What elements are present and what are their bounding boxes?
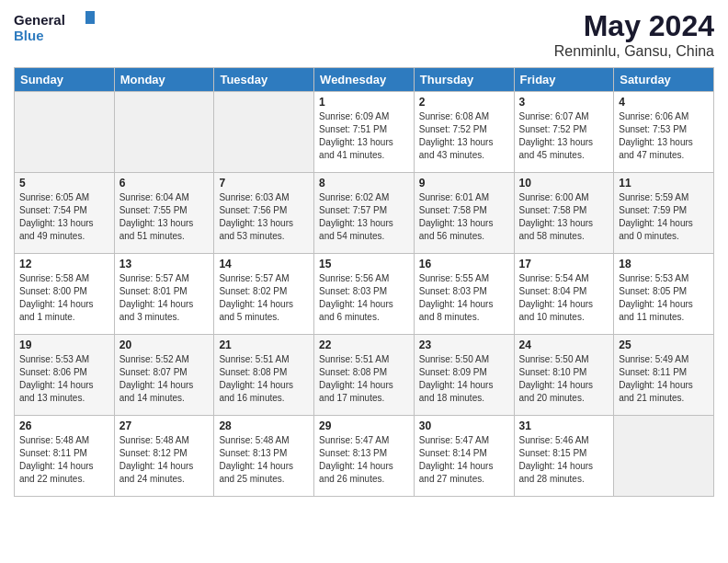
day-info: Sunrise: 6:01 AM Sunset: 7:58 PM Dayligh… bbox=[419, 191, 509, 243]
calendar-week-row: 19Sunrise: 5:53 AM Sunset: 8:06 PM Dayli… bbox=[15, 335, 714, 416]
day-number: 22 bbox=[319, 339, 409, 351]
day-number: 24 bbox=[519, 339, 609, 351]
calendar-cell: 13Sunrise: 5:57 AM Sunset: 8:01 PM Dayli… bbox=[114, 254, 214, 335]
day-number: 12 bbox=[19, 258, 109, 270]
day-info: Sunrise: 5:58 AM Sunset: 8:00 PM Dayligh… bbox=[19, 272, 109, 324]
day-number: 31 bbox=[519, 419, 609, 432]
svg-text:Blue: Blue bbox=[14, 28, 44, 43]
day-info: Sunrise: 6:09 AM Sunset: 7:51 PM Dayligh… bbox=[319, 110, 409, 162]
day-number: 15 bbox=[319, 258, 409, 270]
day-info: Sunrise: 5:55 AM Sunset: 8:03 PM Dayligh… bbox=[419, 272, 509, 324]
calendar-cell: 24Sunrise: 5:50 AM Sunset: 8:10 PM Dayli… bbox=[514, 335, 614, 416]
day-number: 18 bbox=[619, 258, 709, 270]
calendar-cell: 26Sunrise: 5:48 AM Sunset: 8:11 PM Dayli… bbox=[15, 416, 115, 497]
logo-svg: General Blue bbox=[14, 9, 97, 46]
calendar-title: May 2024 bbox=[554, 9, 714, 43]
day-number: 25 bbox=[619, 339, 709, 351]
day-info: Sunrise: 5:53 AM Sunset: 8:05 PM Dayligh… bbox=[619, 272, 709, 324]
day-info: Sunrise: 5:47 AM Sunset: 8:13 PM Dayligh… bbox=[319, 434, 409, 486]
day-info: Sunrise: 6:06 AM Sunset: 7:53 PM Dayligh… bbox=[619, 110, 709, 162]
day-info: Sunrise: 5:53 AM Sunset: 8:06 PM Dayligh… bbox=[19, 353, 109, 405]
day-number: 1 bbox=[319, 96, 409, 109]
calendar-cell: 3Sunrise: 6:07 AM Sunset: 7:52 PM Daylig… bbox=[514, 92, 614, 173]
calendar-cell: 2Sunrise: 6:08 AM Sunset: 7:52 PM Daylig… bbox=[414, 92, 514, 173]
calendar-cell bbox=[114, 92, 214, 173]
col-thursday: Thursday bbox=[414, 68, 514, 92]
col-wednesday: Wednesday bbox=[314, 68, 415, 92]
day-number: 5 bbox=[19, 177, 109, 190]
calendar-cell: 14Sunrise: 5:57 AM Sunset: 8:02 PM Dayli… bbox=[214, 254, 314, 335]
day-number: 21 bbox=[219, 339, 309, 351]
col-tuesday: Tuesday bbox=[214, 68, 314, 92]
col-monday: Monday bbox=[114, 68, 214, 92]
calendar-cell: 8Sunrise: 6:02 AM Sunset: 7:57 PM Daylig… bbox=[314, 173, 415, 254]
day-info: Sunrise: 5:51 AM Sunset: 8:08 PM Dayligh… bbox=[319, 353, 409, 405]
calendar-cell: 1Sunrise: 6:09 AM Sunset: 7:51 PM Daylig… bbox=[314, 92, 415, 173]
calendar-cell bbox=[214, 92, 314, 173]
day-number: 4 bbox=[619, 96, 709, 109]
day-number: 14 bbox=[219, 258, 309, 270]
logo: General Blue bbox=[14, 9, 97, 46]
day-info: Sunrise: 5:57 AM Sunset: 8:02 PM Dayligh… bbox=[219, 272, 309, 324]
header-row: Sunday Monday Tuesday Wednesday Thursday… bbox=[15, 68, 714, 92]
day-info: Sunrise: 6:04 AM Sunset: 7:55 PM Dayligh… bbox=[119, 191, 210, 243]
calendar-cell: 6Sunrise: 6:04 AM Sunset: 7:55 PM Daylig… bbox=[114, 173, 214, 254]
day-info: Sunrise: 5:48 AM Sunset: 8:13 PM Dayligh… bbox=[219, 434, 309, 486]
calendar-cell bbox=[15, 92, 115, 173]
calendar-cell: 16Sunrise: 5:55 AM Sunset: 8:03 PM Dayli… bbox=[414, 254, 514, 335]
day-number: 19 bbox=[19, 339, 109, 351]
col-sunday: Sunday bbox=[15, 68, 115, 92]
calendar-cell: 30Sunrise: 5:47 AM Sunset: 8:14 PM Dayli… bbox=[414, 416, 514, 497]
day-number: 16 bbox=[419, 258, 509, 270]
day-number: 10 bbox=[519, 177, 609, 190]
day-info: Sunrise: 6:08 AM Sunset: 7:52 PM Dayligh… bbox=[419, 110, 509, 162]
day-info: Sunrise: 5:54 AM Sunset: 8:04 PM Dayligh… bbox=[519, 272, 609, 324]
day-number: 17 bbox=[519, 258, 609, 270]
calendar-cell: 15Sunrise: 5:56 AM Sunset: 8:03 PM Dayli… bbox=[314, 254, 415, 335]
title-block: May 2024 Renminlu, Gansu, China bbox=[554, 9, 714, 60]
day-info: Sunrise: 5:59 AM Sunset: 7:59 PM Dayligh… bbox=[619, 191, 709, 243]
calendar-cell: 10Sunrise: 6:00 AM Sunset: 7:58 PM Dayli… bbox=[514, 173, 614, 254]
calendar-week-row: 26Sunrise: 5:48 AM Sunset: 8:11 PM Dayli… bbox=[15, 416, 714, 497]
day-info: Sunrise: 5:49 AM Sunset: 8:11 PM Dayligh… bbox=[619, 353, 709, 405]
calendar-week-row: 1Sunrise: 6:09 AM Sunset: 7:51 PM Daylig… bbox=[15, 92, 714, 173]
calendar-cell: 31Sunrise: 5:46 AM Sunset: 8:15 PM Dayli… bbox=[514, 416, 614, 497]
day-number: 6 bbox=[119, 177, 210, 190]
day-number: 9 bbox=[419, 177, 509, 190]
day-info: Sunrise: 5:56 AM Sunset: 8:03 PM Dayligh… bbox=[319, 272, 409, 324]
calendar-cell: 21Sunrise: 5:51 AM Sunset: 8:08 PM Dayli… bbox=[214, 335, 314, 416]
calendar-cell: 28Sunrise: 5:48 AM Sunset: 8:13 PM Dayli… bbox=[214, 416, 314, 497]
day-number: 2 bbox=[419, 96, 509, 109]
day-number: 26 bbox=[19, 419, 109, 432]
calendar-cell: 27Sunrise: 5:48 AM Sunset: 8:12 PM Dayli… bbox=[114, 416, 214, 497]
col-saturday: Saturday bbox=[614, 68, 714, 92]
day-info: Sunrise: 5:48 AM Sunset: 8:12 PM Dayligh… bbox=[119, 434, 210, 486]
day-info: Sunrise: 6:00 AM Sunset: 7:58 PM Dayligh… bbox=[519, 191, 609, 243]
day-info: Sunrise: 5:57 AM Sunset: 8:01 PM Dayligh… bbox=[119, 272, 210, 324]
day-info: Sunrise: 5:50 AM Sunset: 8:10 PM Dayligh… bbox=[519, 353, 609, 405]
day-info: Sunrise: 6:02 AM Sunset: 7:57 PM Dayligh… bbox=[319, 191, 409, 243]
day-number: 8 bbox=[319, 177, 409, 190]
day-number: 20 bbox=[119, 339, 210, 351]
svg-text:General: General bbox=[14, 12, 65, 28]
calendar-cell: 17Sunrise: 5:54 AM Sunset: 8:04 PM Dayli… bbox=[514, 254, 614, 335]
day-number: 7 bbox=[219, 177, 309, 190]
calendar-cell: 23Sunrise: 5:50 AM Sunset: 8:09 PM Dayli… bbox=[414, 335, 514, 416]
day-info: Sunrise: 5:46 AM Sunset: 8:15 PM Dayligh… bbox=[519, 434, 609, 486]
day-number: 23 bbox=[419, 339, 509, 351]
day-info: Sunrise: 5:51 AM Sunset: 8:08 PM Dayligh… bbox=[219, 353, 309, 405]
calendar-cell: 5Sunrise: 6:05 AM Sunset: 7:54 PM Daylig… bbox=[15, 173, 115, 254]
day-number: 27 bbox=[119, 419, 210, 432]
day-number: 28 bbox=[219, 419, 309, 432]
day-number: 30 bbox=[419, 419, 509, 432]
calendar-cell: 11Sunrise: 5:59 AM Sunset: 7:59 PM Dayli… bbox=[614, 173, 714, 254]
calendar-cell bbox=[614, 416, 714, 497]
day-info: Sunrise: 6:03 AM Sunset: 7:56 PM Dayligh… bbox=[219, 191, 309, 243]
day-info: Sunrise: 5:47 AM Sunset: 8:14 PM Dayligh… bbox=[419, 434, 509, 486]
day-info: Sunrise: 6:05 AM Sunset: 7:54 PM Dayligh… bbox=[19, 191, 109, 243]
day-info: Sunrise: 5:50 AM Sunset: 8:09 PM Dayligh… bbox=[419, 353, 509, 405]
day-number: 29 bbox=[319, 419, 409, 432]
calendar-cell: 25Sunrise: 5:49 AM Sunset: 8:11 PM Dayli… bbox=[614, 335, 714, 416]
calendar-cell: 18Sunrise: 5:53 AM Sunset: 8:05 PM Dayli… bbox=[614, 254, 714, 335]
calendar-cell: 20Sunrise: 5:52 AM Sunset: 8:07 PM Dayli… bbox=[114, 335, 214, 416]
